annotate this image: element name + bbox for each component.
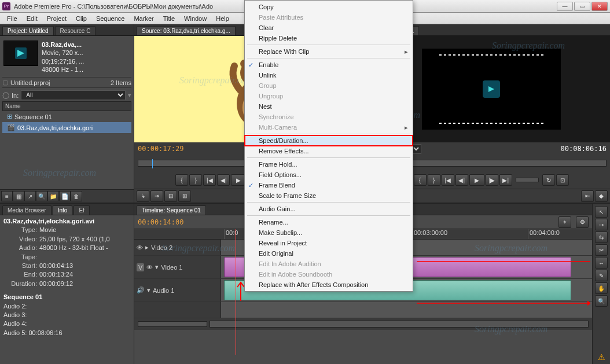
menu-clip[interactable]: Clip xyxy=(71,14,91,23)
menu-edit[interactable]: Edit xyxy=(22,14,42,23)
snap-button[interactable]: ⌖ xyxy=(558,216,571,228)
slip-tool[interactable]: ↔ xyxy=(595,257,608,269)
menu-item-unlink[interactable]: Unlink xyxy=(245,70,413,80)
set-in-button[interactable]: { xyxy=(414,174,427,186)
new-item-button[interactable]: 📄 xyxy=(59,191,71,201)
tab-timeline[interactable]: Timeline: Sequence 01 xyxy=(137,205,206,215)
marker-button[interactable]: ◆ xyxy=(595,190,608,202)
menu-item-clear[interactable]: Clear xyxy=(245,23,413,33)
set-in-button[interactable]: { xyxy=(175,174,188,186)
pen-tool[interactable]: ✎ xyxy=(595,270,608,281)
menu-separator xyxy=(247,202,410,203)
safe-margins-button[interactable]: ⊡ xyxy=(556,174,569,186)
menu-item-rename[interactable]: Rename... xyxy=(245,217,413,227)
tab-source[interactable]: Source: 03.Raz,dva,tri,elochka.g... xyxy=(137,26,236,35)
menu-item-audio-gain[interactable]: Audio Gain... xyxy=(245,204,413,214)
items-count: 2 Items xyxy=(111,79,131,86)
toggle-icon-2[interactable]: ⊞ xyxy=(178,190,191,202)
eye-icon[interactable]: 👁 xyxy=(146,264,153,271)
asset-row-sequence[interactable]: ⊞ Sequence 01 xyxy=(2,111,131,122)
close-button[interactable]: ✕ xyxy=(591,2,608,11)
eye-icon[interactable]: 👁 xyxy=(137,244,143,251)
trim-button[interactable]: ⇤ xyxy=(581,190,594,202)
menu-item-field-options[interactable]: Field Options... xyxy=(245,170,413,180)
menu-item-speed-duration[interactable]: Speed/Duration... xyxy=(245,135,413,146)
check-icon: ✓ xyxy=(248,182,253,189)
tab-info[interactable]: Info xyxy=(53,205,73,215)
menu-marker[interactable]: Marker xyxy=(129,14,158,23)
overwrite-button[interactable]: ⇥ xyxy=(150,190,163,202)
menu-item-replace-with-clip[interactable]: Replace With Clip▸ xyxy=(245,46,413,57)
step-back-button[interactable]: ◀| xyxy=(217,174,230,186)
menu-item-frame-blend[interactable]: Frame Blend✓ xyxy=(245,180,413,190)
menu-item-remove-effects[interactable]: Remove Effects... xyxy=(245,146,413,156)
annotation-line xyxy=(417,259,590,264)
menu-item-scale-to-frame-size[interactable]: Scale to Frame Size xyxy=(245,190,413,201)
menu-sequence[interactable]: Sequence xyxy=(91,14,130,23)
toggle-icon-1[interactable]: ⊟ xyxy=(164,190,177,202)
menu-item-frame-hold[interactable]: Frame Hold... xyxy=(245,159,413,170)
menu-item-ripple-delete[interactable]: Ripple Delete xyxy=(245,33,413,43)
selection-tool[interactable]: ↖ xyxy=(595,206,608,218)
find-button[interactable]: 🔍 xyxy=(36,191,47,201)
in-filter-select[interactable]: All xyxy=(21,90,126,100)
list-view-button[interactable]: ≡ xyxy=(1,191,13,201)
new-bin-button[interactable]: 📁 xyxy=(47,191,59,201)
clip-context-menu: CopyPaste AttributesClearRipple DeleteRe… xyxy=(244,0,413,292)
tab-resource[interactable]: Resource C xyxy=(55,26,96,35)
automate-button[interactable]: ↗ xyxy=(24,191,36,201)
zoom-slider[interactable] xyxy=(138,321,207,327)
menu-help[interactable]: Help xyxy=(211,14,234,23)
goto-out-button[interactable]: ▶| xyxy=(499,174,512,186)
hand-tool[interactable]: ✋ xyxy=(595,282,608,294)
source-tc-in: 00:00:17:29 xyxy=(138,145,183,153)
goto-in-button[interactable]: |◀ xyxy=(203,174,216,186)
settings-button[interactable]: ⚙ xyxy=(576,216,589,228)
info-sequence-name: Sequence 01 xyxy=(3,293,130,302)
ripple-tool[interactable]: ⇆ xyxy=(595,231,608,243)
insert-button[interactable]: ↳ xyxy=(137,190,149,202)
shuttle-slider[interactable] xyxy=(516,178,539,182)
tab-media-browser[interactable]: Media Browser xyxy=(2,205,52,215)
name-column-header[interactable]: Name xyxy=(2,101,131,111)
zoom-tool[interactable]: 🔍 xyxy=(595,295,608,307)
menu-item-reveal-in-project[interactable]: Reveal in Project xyxy=(245,238,413,248)
tab-project[interactable]: Project: Untitled xyxy=(2,26,54,35)
play-button[interactable]: ▶ xyxy=(469,174,484,186)
menu-item-edit-original[interactable]: Edit Original xyxy=(245,248,413,259)
track-select-tool[interactable]: ⇢ xyxy=(595,219,608,230)
step-fwd-button[interactable]: |▶ xyxy=(486,174,498,186)
menu-project[interactable]: Project xyxy=(42,14,71,23)
menu-title[interactable]: Title xyxy=(159,14,179,23)
premiere-logo-icon xyxy=(483,80,500,98)
set-out-button[interactable]: } xyxy=(189,174,202,186)
menu-item-edit-in-adobe-soundbooth: Edit in Adobe Soundbooth xyxy=(245,269,413,280)
menu-item-enable[interactable]: Enable✓ xyxy=(245,60,413,70)
minimize-button[interactable]: — xyxy=(557,2,573,11)
speaker-icon[interactable]: 🔊 xyxy=(137,286,145,294)
goto-in-button[interactable]: |◀ xyxy=(442,174,454,186)
menu-item-make-subclip[interactable]: Make Subclip... xyxy=(245,227,413,238)
delete-button[interactable]: 🗑 xyxy=(71,191,82,201)
project-toolbar: ≡ ▦ ↗ 🔍 📁 📄 🗑 xyxy=(0,189,134,203)
menu-window[interactable]: Window xyxy=(179,14,211,23)
asset-row-movie[interactable]: 🎬 03.Raz,dva,tri,elochka.gori xyxy=(2,122,131,133)
menu-item-group: Group xyxy=(245,80,413,91)
menu-item-replace-with-after-effects-composition[interactable]: Replace with After Effects Composition xyxy=(245,280,413,290)
icon-view-button[interactable]: ▦ xyxy=(13,191,24,201)
clip-thumbnail[interactable] xyxy=(3,41,38,66)
set-out-button[interactable]: } xyxy=(428,174,440,186)
info-clip-name: 03.Raz,dva,tri,elochka.gori.avi xyxy=(3,217,130,226)
menu-separator xyxy=(247,215,410,216)
razor-tool[interactable]: ✂ xyxy=(595,244,608,256)
menu-file[interactable]: File xyxy=(2,14,22,23)
maximize-button[interactable]: ▭ xyxy=(574,2,590,11)
step-back-button[interactable]: ◀| xyxy=(455,174,468,186)
menu-item-nest[interactable]: Nest xyxy=(245,101,413,112)
tab-effects[interactable]: Ef xyxy=(74,205,89,215)
tools-panel: ↖ ⇢ ⇆ ✂ ↔ ✎ ✋ 🔍 ⚠ xyxy=(593,204,610,364)
menu-item-copy[interactable]: Copy xyxy=(245,2,413,12)
timeline-scrollbar[interactable] xyxy=(210,321,589,328)
loop-button[interactable]: ↻ xyxy=(542,174,555,186)
menu-item-edit-in-adobe-audition: Edit In Adobe Audition xyxy=(245,259,413,269)
